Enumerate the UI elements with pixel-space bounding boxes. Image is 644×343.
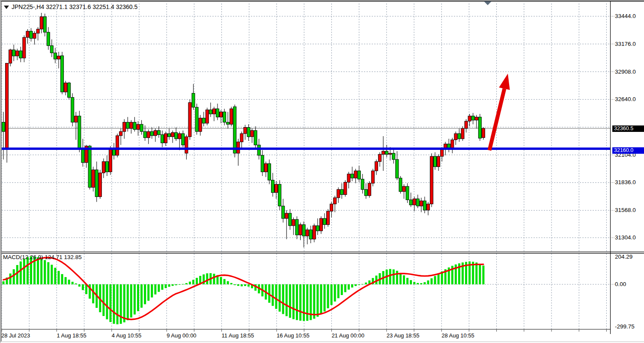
macd-histogram-bar bbox=[51, 265, 53, 284]
candle-body bbox=[344, 182, 347, 195]
time-tick-label: 28 Jul 2023 bbox=[1, 332, 30, 339]
candle-body bbox=[2, 122, 5, 131]
trend-arrow-annotation[interactable] bbox=[489, 74, 510, 150]
candle-body bbox=[54, 53, 57, 59]
macd-histogram-bar bbox=[161, 284, 163, 290]
candle-body bbox=[68, 83, 71, 98]
macd-histogram-bar bbox=[137, 284, 139, 311]
candle-body bbox=[23, 37, 26, 58]
macd-histogram-bar bbox=[120, 284, 122, 324]
candle-body bbox=[109, 149, 112, 172]
candle-body bbox=[154, 131, 157, 136]
candle-body bbox=[147, 131, 150, 137]
macd-histogram-bar bbox=[244, 284, 246, 286]
macd-histogram-bar bbox=[389, 269, 391, 284]
macd-histogram-bar bbox=[147, 284, 149, 301]
macd-histogram-bar bbox=[361, 284, 364, 284]
macd-histogram-bar bbox=[292, 284, 295, 319]
macd-histogram-bar bbox=[341, 284, 343, 295]
candle-body bbox=[64, 83, 67, 92]
candle-body bbox=[143, 131, 146, 137]
macd-histogram-bar bbox=[406, 278, 408, 284]
macd-histogram-bar bbox=[423, 282, 426, 284]
trend-arrow-shaft[interactable] bbox=[489, 89, 504, 150]
trading-chart-window: JPN225-,H4 32271.1 32371.6 32251.4 32360… bbox=[0, 0, 644, 343]
candle-body bbox=[113, 149, 116, 155]
macd-histogram-bar bbox=[286, 284, 288, 316]
candle-body bbox=[430, 156, 433, 204]
macd-histogram-bar bbox=[348, 284, 350, 289]
price-tick-label: 31304.0 bbox=[615, 234, 636, 241]
candle-body bbox=[164, 134, 167, 143]
macd-histogram-bar bbox=[168, 284, 170, 287]
candle-body bbox=[216, 109, 219, 117]
candle-body bbox=[289, 213, 292, 226]
candle-body bbox=[368, 183, 371, 196]
macd-histogram-bar bbox=[158, 284, 160, 292]
candle-body bbox=[371, 171, 374, 183]
candle-body bbox=[212, 109, 215, 114]
price-tick-label: 32640.0 bbox=[615, 96, 636, 102]
macd-histogram-bar bbox=[430, 278, 432, 284]
macd-histogram-bar bbox=[192, 280, 194, 284]
macd-histogram-bar bbox=[303, 284, 305, 321]
macd-histogram-bar bbox=[296, 284, 298, 320]
candle-body bbox=[71, 97, 74, 122]
candle-body bbox=[175, 133, 178, 139]
candle-body bbox=[302, 225, 305, 236]
macd-histogram-bar bbox=[213, 274, 215, 284]
macd-tick-label: 0.00 bbox=[615, 281, 626, 287]
candle-body bbox=[434, 156, 437, 167]
candle-body bbox=[247, 127, 250, 137]
candle-body bbox=[227, 122, 230, 124]
candle-body bbox=[482, 128, 485, 138]
macd-histogram-bar bbox=[420, 283, 422, 284]
macd-histogram-bar bbox=[344, 284, 346, 292]
time-tick-label: 1 Aug 18:55 bbox=[57, 332, 86, 339]
candle-body bbox=[475, 117, 478, 120]
macd-histogram-bar bbox=[331, 284, 333, 305]
macd-histogram-bar bbox=[196, 278, 198, 284]
candle-body bbox=[347, 174, 350, 182]
candle-body bbox=[358, 171, 361, 179]
trend-arrow-head[interactable] bbox=[499, 74, 510, 90]
candle-body bbox=[192, 93, 195, 107]
candle-body bbox=[178, 134, 181, 139]
candle-body bbox=[95, 170, 98, 197]
macd-histogram-bar bbox=[337, 284, 340, 298]
chart-shift-marker-icon[interactable] bbox=[484, 1, 492, 5]
macd-histogram-bar bbox=[20, 261, 22, 284]
macd-histogram-bar bbox=[134, 284, 136, 314]
candle-body bbox=[354, 171, 357, 178]
macd-histogram-bar bbox=[72, 282, 74, 284]
macd-histogram-bar bbox=[82, 284, 84, 290]
candle-body bbox=[402, 186, 405, 191]
candle-body bbox=[223, 112, 226, 122]
macd-histogram-bar bbox=[54, 268, 56, 284]
candle-body bbox=[426, 204, 429, 210]
symbol-dropdown-arrow-icon[interactable] bbox=[4, 6, 9, 9]
candle-body bbox=[327, 211, 330, 224]
macd-histogram-bar bbox=[179, 284, 181, 285]
price-chart-canvas[interactable] bbox=[0, 0, 644, 343]
candle-body bbox=[126, 122, 129, 128]
candle-body bbox=[330, 204, 333, 211]
macd-histogram-bar bbox=[434, 276, 436, 284]
macd-histogram-bar bbox=[479, 264, 481, 284]
candle-body bbox=[188, 102, 191, 137]
macd-histogram-bar bbox=[189, 282, 191, 284]
candle-body bbox=[309, 230, 312, 239]
candle-body bbox=[220, 112, 223, 117]
macd-histogram-bar bbox=[427, 280, 429, 284]
macd-histogram-bar bbox=[123, 284, 125, 322]
candle-body bbox=[9, 50, 12, 63]
candle-body bbox=[202, 118, 205, 123]
candle-body bbox=[123, 122, 126, 131]
macd-histogram-bar bbox=[320, 284, 322, 314]
candle-body bbox=[157, 131, 160, 135]
candle-body bbox=[102, 161, 105, 173]
candle-body bbox=[454, 134, 457, 140]
candle-body bbox=[257, 145, 260, 155]
macd-histogram-bar bbox=[410, 280, 412, 284]
candle-body bbox=[57, 56, 60, 59]
